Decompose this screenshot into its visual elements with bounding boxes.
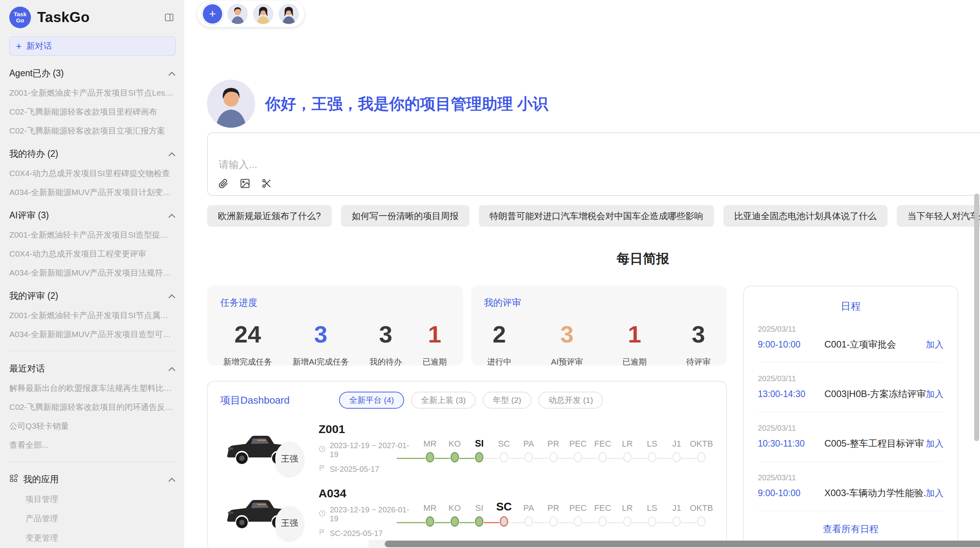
project-row[interactable]: 王强A0342023-12-19 ~ 2026-01-19SC-2025-05-…	[220, 488, 714, 537]
event-date: 2025/03/11	[758, 374, 944, 383]
chevron-up-icon	[168, 291, 176, 301]
milestone-dot	[500, 452, 508, 462]
milestone-label: LR	[615, 434, 640, 449]
sidebar-header: Task Go TaskGo	[9, 5, 176, 29]
view-all-schedule-link[interactable]: 查看所有日程	[758, 523, 944, 535]
vertical-scrollbar-thumb[interactable]	[974, 194, 979, 441]
agent-avatar-2[interactable]	[253, 4, 273, 24]
clock-icon	[319, 445, 326, 455]
sidebar-task-item[interactable]: C0X4-动力总成开发项目SI里程碑提交物检查	[9, 168, 176, 179]
event-join-link[interactable]: 加入	[926, 487, 944, 499]
milestone-OKTB: OKTB	[689, 498, 714, 527]
sidebar-toggle-icon[interactable]	[164, 12, 174, 24]
recent-conversation-item[interactable]: 公司Q3轻卡销量	[9, 421, 176, 432]
sidebar-task-item[interactable]: A034-全新新能源MUV产品开发项目造型可行性评审	[9, 329, 176, 340]
dashboard-filter-chip[interactable]: 动总开发 (1)	[538, 392, 603, 409]
milestone-connector	[435, 458, 450, 459]
scissors-icon[interactable]	[261, 178, 272, 189]
dashboard-filter-chip[interactable]: 年型 (2)	[483, 392, 531, 409]
project-row[interactable]: 王强Z0012023-12-19 ~ 2027-01-19SI-2025-05-…	[220, 423, 714, 473]
project-flag-text: SC-2025-05-17	[330, 529, 383, 538]
app-window: Task Go TaskGo + 新对话 Agent已办 (3)Z001-全新燃…	[0, 0, 980, 548]
app-item[interactable]: 产品管理	[26, 513, 176, 524]
sidebar-sections: Agent已办 (3)Z001-全新燃油皮卡产品开发项目SI节点Lesson L…	[9, 67, 176, 340]
app-item[interactable]: 变更管理	[26, 533, 176, 543]
milestone-connector	[397, 522, 425, 523]
add-agent-button[interactable]: +	[203, 4, 222, 24]
attachment-icon[interactable]	[218, 178, 229, 189]
logo-line2: Go	[16, 17, 24, 24]
milestone-connector	[435, 522, 450, 523]
sidebar-task-item[interactable]: Z001-全新燃油轻卡产品开发项目SI造型提交物评审	[9, 229, 176, 240]
app-title: TaskGo	[37, 9, 90, 26]
milestone-connector	[681, 458, 697, 459]
event-main: 9:00-10:00C001-立项审批会加入	[758, 338, 944, 351]
event-time: 9:00-10:00	[758, 488, 824, 498]
dashboard-filter-chip[interactable]: 全新上装 (3)	[411, 392, 476, 409]
sidebar-task-item[interactable]: Z001-全新燃油皮卡产品开发项目SI节点Lesson Learn报告	[9, 87, 176, 98]
project-owner-badge: 王强	[275, 506, 304, 540]
milestone-connector	[484, 522, 499, 523]
my-apps-header[interactable]: 我的应用	[9, 473, 176, 485]
suggestion-chip[interactable]: 欧洲新规最近颁布了什么?	[207, 205, 332, 227]
milestone-connector	[657, 458, 672, 459]
milestone-connector	[484, 458, 499, 459]
sidebar-task-item[interactable]: C02-飞腾新能源轻客改款项目立项汇报方案	[9, 125, 176, 136]
suggestion-chip[interactable]: 比亚迪全固态电池计划具体说了什么	[723, 205, 887, 227]
milestone-connector	[533, 522, 549, 523]
recent-header[interactable]: 最近对话	[9, 363, 176, 375]
recent-conversation-item[interactable]: C02-飞腾新能源轻客改款项目的闭环通告反馈情况	[9, 402, 176, 413]
event-join-link[interactable]: 加入	[926, 339, 944, 351]
daily-brief-header: 每日简报	[207, 250, 980, 268]
event-join-link[interactable]: 加入	[926, 438, 944, 450]
sidebar-section-header[interactable]: 我的待办 (2)	[9, 148, 176, 160]
image-upload-icon[interactable]	[240, 178, 250, 189]
sidebar-task-item[interactable]: A034-全新新能源MUV产品开发项目法规符合性评审	[9, 267, 176, 278]
sidebar-task-item[interactable]: Z001-全新燃油轻卡产品开发项目SI节点属性5D文件评审	[9, 310, 176, 321]
sidebar-task-item[interactable]: A034-全新新能源MUV产品开发项目计划变更表编写	[9, 187, 176, 198]
stat: 2进行中	[487, 320, 512, 367]
milestone-label: PA	[516, 498, 541, 513]
sidebar-section-header[interactable]: AI评审 (3)	[9, 209, 176, 221]
app-item[interactable]: 项目管理	[26, 494, 176, 505]
milestone-connector	[509, 458, 524, 459]
suggestion-chip[interactable]: 如何写一份清晰的项目周报	[341, 205, 469, 227]
sidebar-task-item[interactable]: C0X4-动力总成开发项目工程变更评审	[9, 248, 176, 259]
milestone-label: FEC	[590, 434, 615, 449]
event-main: 10:30-11:30C005-整车工程目标评审加入	[758, 437, 944, 450]
section-label: Agent已办 (3)	[9, 67, 64, 79]
view-all-conversations-link[interactable]: 查看全部...	[9, 440, 176, 450]
stat: 3AI预评审	[551, 320, 583, 367]
dashboard-filter-chip[interactable]: 全新平台 (4)	[339, 392, 404, 409]
horizontal-scrollbar-thumb[interactable]	[385, 541, 980, 547]
recent-conversation-item[interactable]: 解释最新出台的欧盟报废车法规再生塑料比例被调至15%...	[9, 383, 176, 394]
sidebar: Task Go TaskGo + 新对话 Agent已办 (3)Z001-全新燃…	[0, 0, 184, 548]
project-rows: 王强Z0012023-12-19 ~ 2027-01-19SI-2025-05-…	[220, 423, 714, 537]
agent-avatar-3[interactable]	[279, 4, 299, 24]
agent-avatar-1[interactable]	[228, 4, 248, 24]
stat: 3新增AI完成任务	[293, 320, 349, 367]
chevron-up-icon	[168, 363, 176, 374]
milestone-dot	[623, 516, 632, 527]
apps-grid-icon	[9, 474, 18, 485]
sidebar-section-header[interactable]: 我的评审 (2)	[9, 290, 176, 302]
project-date-range: 2023-12-19 ~ 2026-01-19	[330, 505, 415, 523]
event-join-link[interactable]: 加入	[926, 388, 944, 400]
event-name: C001-立项审批会	[824, 338, 926, 351]
chat-input[interactable]: 请输入...	[207, 132, 980, 196]
stat-items: 2进行中3AI预评审1已逾期3待评审	[484, 320, 714, 367]
milestone-label: KO	[442, 434, 467, 449]
schedule-events: 2025/03/119:00-10:00C001-立项审批会加入2025/03/…	[758, 313, 944, 511]
milestone-dot	[451, 452, 459, 462]
milestone-dot	[426, 452, 434, 462]
suggestion-chip[interactable]: 特朗普可能对进口汽车增税会对中国车企造成哪些影响	[479, 205, 714, 227]
milestone-connector	[583, 458, 598, 459]
new-chat-button[interactable]: + 新对话	[9, 36, 176, 56]
milestone-dot	[426, 516, 434, 527]
milestone-connector	[558, 522, 574, 523]
suggestion-chip[interactable]: 当下年轻人对汽车外观有怎样的喜好趋势	[897, 205, 980, 227]
milestone-label: J1	[665, 434, 689, 449]
milestone-dot	[574, 452, 582, 462]
sidebar-section-header[interactable]: Agent已办 (3)	[9, 67, 176, 79]
sidebar-task-item[interactable]: C02-飞腾新能源轻客改款项目里程碑画布	[9, 106, 176, 117]
